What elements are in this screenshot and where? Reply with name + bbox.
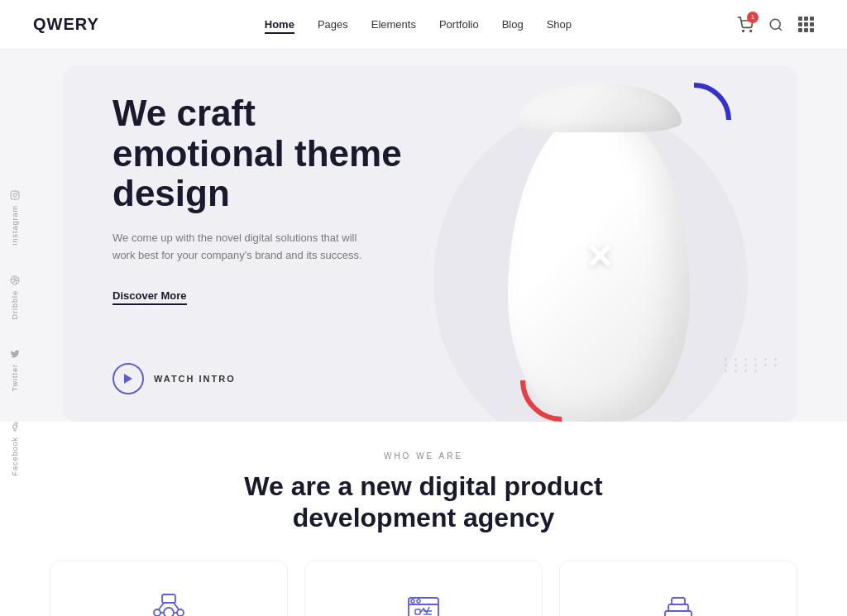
- svg-rect-9: [162, 595, 175, 603]
- svg-marker-8: [124, 374, 132, 384]
- nav-home[interactable]: Home: [265, 18, 294, 31]
- apps-icon[interactable]: [798, 17, 814, 32]
- sidebar-instagram[interactable]: Instagram: [10, 190, 20, 246]
- svg-rect-32: [672, 598, 685, 604]
- nav-blog[interactable]: Blog: [502, 18, 524, 31]
- section-title: We are a new digital product development…: [50, 470, 797, 534]
- nav-pages[interactable]: Pages: [318, 18, 348, 31]
- svg-rect-30: [665, 611, 691, 616]
- sidebar-facebook-label: Facebook: [11, 437, 19, 476]
- svg-point-2: [770, 19, 780, 29]
- nav: Home Pages Elements Portfolio Blog Shop: [265, 18, 572, 31]
- card-free-updates: Free Updates & Support: [559, 561, 797, 616]
- instagram-icon: [10, 190, 20, 200]
- statue-crown: [516, 83, 682, 132]
- sidebar-twitter[interactable]: Twitter: [10, 349, 20, 392]
- svg-point-6: [17, 192, 17, 193]
- x-mark: ✕: [585, 236, 614, 277]
- endless-possibilities-icon: [147, 588, 190, 616]
- card-endless-possibilities: Endless Possibilities: [50, 561, 288, 616]
- cart-badge: 1: [747, 12, 758, 23]
- play-circle-icon: [112, 363, 144, 394]
- svg-point-0: [743, 30, 744, 31]
- svg-point-1: [750, 30, 752, 31]
- facebook-icon: [10, 422, 20, 432]
- statue-figure: ✕: [467, 74, 731, 422]
- hero-section: ✕ We craft emotional theme design We com…: [63, 66, 797, 422]
- card-super-clean: Super Clean Code: [304, 561, 543, 616]
- nav-elements[interactable]: Elements: [371, 18, 416, 31]
- header: QWERY Home Pages Elements Portfolio Blog…: [0, 0, 847, 50]
- sidebar-dribble-label: Dribble: [11, 290, 19, 320]
- watch-intro-label: WATCH INTRO: [154, 374, 236, 384]
- svg-line-3: [778, 27, 781, 30]
- sidebar-dribble[interactable]: Dribble: [10, 275, 20, 320]
- logo: QWERY: [33, 15, 99, 34]
- who-we-are-section: WHO WE ARE We are a new digital product …: [0, 422, 847, 616]
- svg-line-11: [159, 603, 164, 609]
- free-updates-icon: [657, 588, 700, 616]
- sidebar-instagram-label: Instagram: [11, 205, 19, 246]
- discover-more-button[interactable]: Discover More: [112, 289, 187, 305]
- svg-point-25: [411, 599, 414, 603]
- watch-intro-button[interactable]: WATCH INTRO: [112, 363, 410, 394]
- feature-cards: Endless Possibilities Supe: [50, 561, 797, 616]
- statue-head: ✕: [508, 107, 690, 422]
- hero-wrapper: ✕ We craft emotional theme design We com…: [0, 50, 847, 422]
- dribble-icon: [10, 275, 20, 285]
- hero-content: We craft emotional theme design We come …: [63, 93, 460, 394]
- svg-point-26: [417, 599, 420, 603]
- svg-rect-4: [11, 191, 19, 199]
- sidebar-twitter-label: Twitter: [11, 364, 19, 392]
- search-icon[interactable]: [768, 17, 783, 32]
- sidebar-facebook[interactable]: Facebook: [10, 422, 20, 476]
- section-eyebrow: WHO WE ARE: [50, 451, 797, 461]
- hero-title: We craft emotional theme design: [112, 93, 410, 213]
- nav-portfolio[interactable]: Portfolio: [439, 18, 479, 31]
- sidebar: Instagram Dribble Twitter Facebook: [0, 50, 30, 616]
- deco-dots-bottom: [725, 358, 781, 372]
- svg-rect-27: [415, 609, 420, 614]
- svg-rect-31: [668, 604, 688, 611]
- svg-rect-23: [409, 598, 438, 616]
- svg-point-5: [13, 193, 17, 197]
- cart-icon[interactable]: 1: [737, 17, 754, 33]
- svg-point-13: [154, 609, 160, 616]
- super-clean-icon: [402, 588, 445, 616]
- svg-point-14: [177, 609, 184, 616]
- svg-line-12: [174, 603, 179, 609]
- twitter-icon: [10, 349, 20, 359]
- nav-shop[interactable]: Shop: [547, 18, 572, 31]
- header-icons: 1: [737, 17, 814, 33]
- svg-point-10: [164, 608, 174, 616]
- hero-description: We come up with the novel digital soluti…: [112, 230, 377, 265]
